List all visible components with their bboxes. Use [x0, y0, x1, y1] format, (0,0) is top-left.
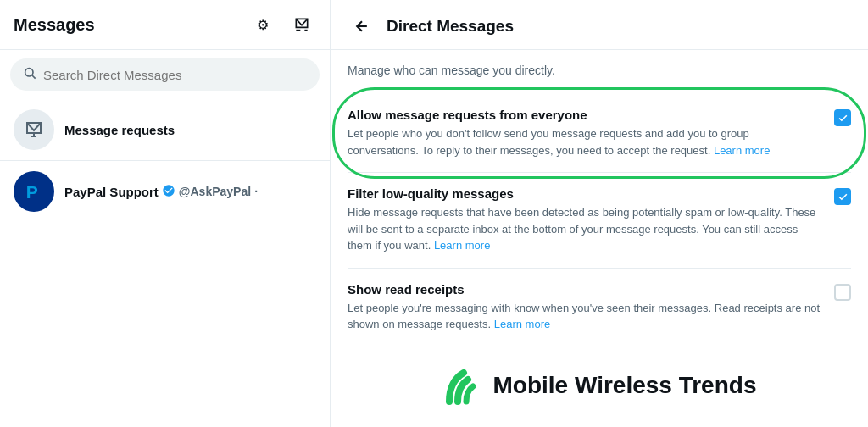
setting-text-receipts: Show read receipts Let people you're mes… — [348, 282, 821, 333]
setting-desc-receipts: Let people you're messaging with know wh… — [348, 300, 821, 333]
watermark-text: Mobile Wireless Trends — [493, 372, 757, 399]
setting-text-filter: Filter low-quality messages Hide message… — [348, 186, 821, 254]
paypal-name: PayPal Support — [64, 185, 159, 199]
setting-title-allow: Allow message requests from everyone — [348, 108, 821, 122]
svg-line-3 — [32, 75, 36, 79]
setting-allow-everyone: Allow message requests from everyone Let… — [348, 94, 851, 173]
subtitle-text: Manage who can message you directly. — [348, 64, 851, 77]
messages-title: Messages — [14, 15, 95, 35]
paypal-avatar: P — [14, 171, 54, 212]
compose-icon — [293, 16, 310, 33]
checkbox-unchecked-receipts[interactable] — [834, 284, 851, 301]
setting-text-allow: Allow message requests from everyone Let… — [348, 108, 821, 158]
verified-badge — [162, 184, 175, 200]
setting-filter-low-quality: Filter low-quality messages Hide message… — [348, 173, 851, 269]
checkbox-checked-filter[interactable] — [834, 188, 851, 205]
message-requests-icon — [14, 109, 54, 150]
right-header: Direct Messages — [331, 0, 868, 50]
watermark: Mobile Wireless Trends — [348, 347, 851, 424]
search-bar[interactable] — [10, 58, 320, 91]
search-icon — [23, 66, 36, 83]
paypal-name-row: PayPal Support @AskPayPal · — [64, 184, 258, 200]
checkbox-checked-allow[interactable] — [834, 109, 851, 126]
checkbox-allow[interactable] — [834, 109, 851, 126]
svg-point-2 — [25, 69, 33, 76]
paypal-dot: · — [254, 185, 258, 198]
setting-title-filter: Filter low-quality messages — [348, 186, 821, 201]
paypal-info: PayPal Support @AskPayPal · — [64, 184, 258, 200]
setting-title-receipts: Show read receipts — [348, 282, 821, 297]
checkbox-receipts[interactable] — [834, 284, 851, 301]
search-input[interactable] — [43, 68, 307, 82]
header-icons: ⚙ — [248, 10, 316, 39]
settings-button[interactable]: ⚙ — [248, 10, 277, 39]
learn-more-filter[interactable]: Learn more — [434, 239, 490, 252]
back-button[interactable] — [348, 12, 376, 41]
right-panel: Direct Messages Manage who can message y… — [331, 0, 868, 427]
watermark-logo — [442, 364, 485, 407]
right-title: Direct Messages — [387, 17, 514, 36]
learn-more-receipts[interactable]: Learn more — [494, 318, 550, 330]
right-content: Manage who can message you directly. All… — [331, 50, 868, 427]
left-panel: Messages ⚙ — [0, 0, 331, 427]
learn-more-allow[interactable]: Learn more — [714, 144, 770, 157]
message-requests-item[interactable]: Message requests — [0, 99, 330, 161]
setting-read-receipts: Show read receipts Let people you're mes… — [348, 269, 851, 347]
setting-desc-filter: Hide message requests that have been det… — [348, 204, 821, 254]
left-header: Messages ⚙ — [0, 0, 330, 50]
gear-icon: ⚙ — [257, 17, 269, 33]
checkbox-filter[interactable] — [834, 188, 851, 205]
setting-desc-allow: Let people who you don't follow send you… — [348, 125, 821, 158]
paypal-handle: @AskPayPal — [179, 185, 251, 198]
compose-button[interactable] — [287, 10, 316, 39]
message-requests-label: Message requests — [64, 123, 175, 137]
paypal-item[interactable]: P PayPal Support @AskPayPal · — [0, 161, 330, 222]
svg-text:P: P — [26, 182, 38, 202]
